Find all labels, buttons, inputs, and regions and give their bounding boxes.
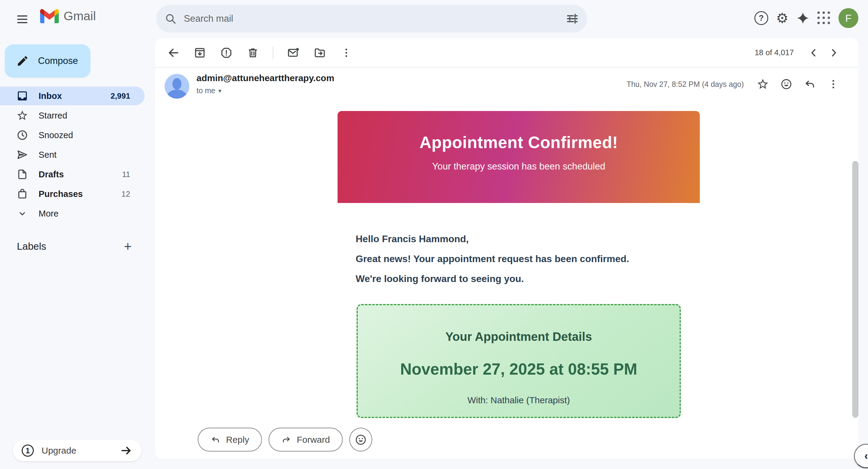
labels-header: Labels [17, 241, 119, 252]
details-with-line: With: Nathalie (Therapist) [358, 395, 680, 405]
recipient-details-toggle[interactable]: to me ▾ [196, 86, 221, 95]
arrow-right-icon [120, 444, 133, 457]
emoji-reaction-icon[interactable] [777, 75, 796, 93]
body-line-1: Great news! Your appointment request has… [355, 249, 687, 269]
gmail-m-icon [40, 9, 59, 23]
sidebar-item-snoozed[interactable]: Snoozed [0, 126, 145, 144]
mail-view-card: 18 of 4,017 admin@attunehearttherapy. [155, 38, 858, 459]
sender-email: admin@attunehearttherapy.com [196, 73, 334, 83]
thread-toolbar: 18 of 4,017 [155, 38, 858, 67]
more-options-icon[interactable] [337, 43, 356, 62]
main-menu-icon[interactable] [14, 11, 30, 27]
search-bar[interactable] [156, 5, 587, 33]
back-icon[interactable] [164, 43, 183, 62]
gmail-logo-text: Gmail [64, 9, 96, 23]
search-input[interactable] [184, 13, 566, 24]
draft-file-icon [16, 168, 29, 180]
inbox-count: 2,991 [111, 91, 130, 101]
add-reaction-button[interactable] [349, 428, 372, 451]
sidebar-item-starred[interactable]: Starred [0, 106, 145, 125]
purchases-count: 12 [121, 189, 130, 199]
email-header: admin@attunehearttherapy.com to me ▾ Thu… [155, 67, 858, 107]
compose-label: Compose [38, 56, 78, 66]
older-email-icon[interactable] [828, 47, 839, 58]
forward-button[interactable]: Forward [269, 428, 343, 451]
reply-arrow-icon [210, 435, 221, 445]
sidebar-item-more[interactable]: More [0, 204, 145, 223]
report-spam-icon[interactable] [217, 43, 236, 62]
sidebar-item-drafts[interactable]: Drafts 11 [0, 165, 145, 184]
side-panel-strip [858, 0, 868, 469]
greeting-line: Hello Francis Hammond, [355, 229, 687, 249]
gemini-icon[interactable] [796, 11, 809, 25]
thread-counter: 18 of 4,017 [755, 48, 794, 57]
email-body-text: Hello Francis Hammond, Great news! Your … [355, 229, 687, 289]
compose-button[interactable]: Compose [5, 44, 90, 78]
sidebar-item-inbox[interactable]: Inbox 2,991 [0, 87, 145, 105]
body-line-2: We're looking forward to seeing you. [355, 269, 687, 289]
drafts-count: 11 [122, 170, 130, 179]
sidebar-item-purchases[interactable]: Purchases 12 [0, 184, 145, 203]
gmail-logo: Gmail [40, 9, 96, 23]
archive-icon[interactable] [190, 43, 210, 62]
gmail-app: Gmail ? ⚙ [0, 0, 868, 469]
banner-title: Appointment Confirmed! [338, 111, 700, 152]
sidebar-item-sent[interactable]: Sent [0, 145, 145, 164]
move-to-folder-icon[interactable] [310, 43, 330, 62]
avatar-initial: F [838, 8, 858, 28]
appointment-details-box: Your Appointment Details November 27, 20… [356, 304, 681, 418]
apps-grid-icon[interactable] [817, 11, 831, 25]
email-banner: Appointment Confirmed! Your therapy sess… [338, 111, 700, 203]
upgrade-button[interactable]: 1 Upgrade [13, 440, 142, 462]
mark-unread-icon[interactable] [284, 43, 303, 62]
labels-section: Labels + [0, 236, 145, 257]
topbar-actions: ? ⚙ F [754, 8, 858, 28]
top-bar: Gmail ? ⚙ [0, 0, 868, 38]
google-one-icon: 1 [22, 445, 34, 457]
forward-arrow-icon [281, 435, 291, 445]
help-icon[interactable]: ? [754, 11, 768, 25]
toolbar-divider [273, 46, 273, 59]
sender-avatar[interactable] [164, 74, 189, 99]
banner-subtitle: Your therapy session has been scheduled [338, 161, 700, 172]
inbox-icon [16, 90, 29, 102]
reply-button[interactable]: Reply [198, 428, 262, 451]
reply-bar: Reply Forward [198, 428, 372, 451]
newer-email-icon[interactable] [808, 47, 819, 58]
search-icon[interactable] [164, 13, 177, 25]
email-date: Thu, Nov 27, 8:52 PM (4 days ago) [627, 80, 744, 89]
email-more-options-icon[interactable] [824, 75, 843, 93]
scrollbar-thumb[interactable] [852, 161, 858, 418]
search-options-icon[interactable] [566, 12, 579, 25]
star-icon [16, 110, 29, 121]
send-icon [16, 149, 29, 161]
details-heading: Your Appointment Details [358, 305, 680, 344]
chevron-down-icon [16, 208, 29, 219]
create-label-button[interactable]: + [119, 238, 136, 255]
settings-gear-icon[interactable]: ⚙ [776, 11, 788, 25]
shopping-bag-icon [16, 188, 29, 200]
reply-icon[interactable] [801, 75, 819, 93]
sidebar: Compose Inbox 2,991 Starred [0, 38, 155, 469]
clock-icon [16, 129, 29, 141]
caret-down-icon: ▾ [218, 87, 221, 94]
delete-icon[interactable] [243, 43, 262, 62]
upgrade-label: Upgrade [41, 445, 120, 456]
compose-pencil-icon [16, 55, 29, 67]
profile-avatar[interactable]: F [838, 8, 858, 28]
details-datetime: November 27, 2025 at 08:55 PM [358, 360, 680, 378]
star-email-icon[interactable] [753, 75, 772, 93]
